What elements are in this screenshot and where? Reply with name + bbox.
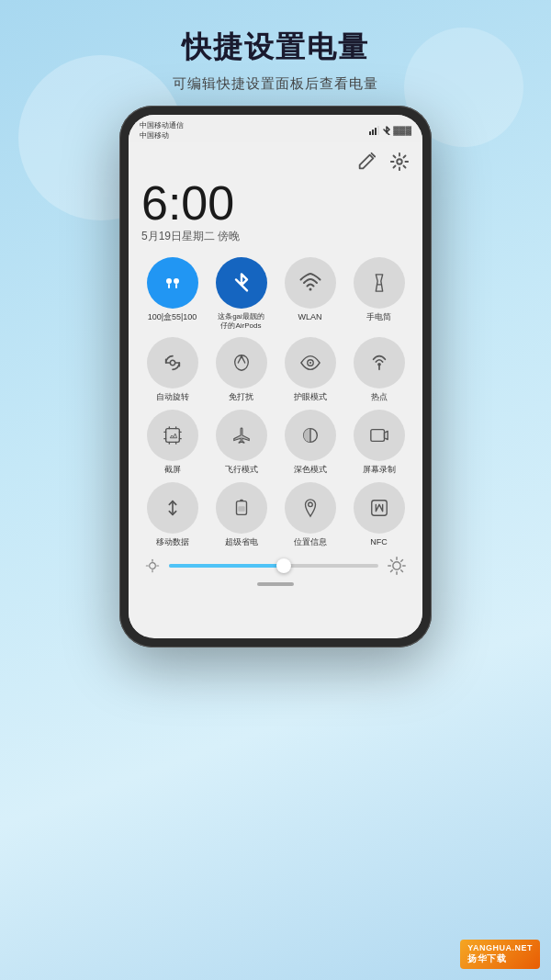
screenrecord-icon (369, 425, 389, 445)
airplane-button[interactable] (216, 410, 267, 461)
dnd-button[interactable] (216, 337, 267, 389)
gesture-indicator (257, 582, 294, 586)
svg-rect-21 (370, 430, 384, 442)
dnd-label: 免打扰 (229, 392, 253, 402)
toggle-airplane[interactable]: 飞行模式 (210, 410, 272, 475)
rotate-button[interactable] (147, 337, 198, 389)
darkmode-button[interactable] (285, 410, 336, 461)
svg-line-39 (401, 569, 403, 571)
svg-rect-0 (369, 131, 371, 135)
darkmode-icon (300, 425, 320, 445)
brightness-max-icon (388, 557, 406, 575)
toggle-screenrecord[interactable]: 屏幕录制 (348, 410, 410, 475)
bluetooth-icon (232, 272, 251, 294)
svg-rect-18 (165, 429, 179, 443)
cc-top-bar (141, 152, 410, 172)
svg-rect-27 (371, 501, 387, 516)
toggle-grid: 100|盒55|100 这条gai最靓的仔的AirPods (141, 257, 410, 547)
toggle-flashlight[interactable]: 手电筒 (348, 257, 410, 330)
airpods-button[interactable] (147, 257, 198, 309)
svg-point-15 (309, 362, 310, 364)
watermark: YANGHUA.NET 扬华下载 (460, 940, 540, 969)
edit-icon[interactable] (356, 152, 377, 172)
toggle-powersave[interactable]: 超级省电 (210, 482, 272, 547)
toggle-wifi[interactable]: WLAN (279, 257, 341, 330)
wifi-icon (299, 272, 321, 294)
svg-point-13 (170, 360, 175, 366)
screenshot-button[interactable] (147, 410, 198, 461)
screenrecord-label: 屏幕录制 (363, 465, 396, 475)
flashlight-icon (369, 273, 389, 293)
powersave-label: 超级省电 (225, 537, 258, 547)
date-display: 5月19日星期二 傍晚 (141, 229, 410, 244)
nfc-button[interactable] (354, 482, 405, 534)
watermark-site: YANGHUA.NET (467, 943, 533, 952)
flashlight-label: 手电筒 (366, 312, 391, 322)
bluetooth-button[interactable] (216, 257, 267, 309)
darkmode-label: 深色模式 (294, 465, 327, 475)
toggle-airpods[interactable]: 100|盒55|100 (141, 257, 203, 330)
status-bar: 中国移动通信 中国移动 ▓▓▓ (129, 115, 422, 142)
toggle-bluetooth[interactable]: 这条gai最靓的仔的AirPods (210, 257, 272, 330)
dnd-icon (231, 353, 252, 373)
phone-frame: 中国移动通信 中国移动 ▓▓▓ (119, 106, 432, 648)
powersave-button[interactable] (216, 482, 267, 534)
time-display: 6:00 (141, 179, 410, 227)
bluetooth-label: 这条gai最靓的仔的AirPods (218, 312, 264, 330)
toggle-screenshot[interactable]: 截屏 (141, 410, 203, 475)
toggle-mobiledata[interactable]: 移动数据 (141, 482, 203, 547)
control-center: 6:00 5月19日星期二 傍晚 (129, 142, 422, 636)
hotspot-button[interactable] (354, 337, 405, 389)
eye-button[interactable] (285, 337, 336, 389)
svg-rect-7 (168, 284, 170, 288)
eye-icon (300, 353, 320, 373)
status-bar-carrier: 中国移动通信 中国移动 (140, 120, 184, 141)
phone-screen: 中国移动通信 中国移动 ▓▓▓ (129, 115, 422, 638)
toggle-dnd[interactable]: 免打扰 (210, 337, 272, 402)
toggle-darkmode[interactable]: 深色模式 (279, 410, 341, 475)
mobiledata-icon (163, 498, 183, 518)
wifi-button[interactable] (285, 257, 336, 309)
status-bar-icons: ▓▓▓ (369, 126, 411, 135)
svg-point-8 (174, 278, 179, 284)
airpods-icon (162, 272, 184, 294)
toggle-hotspot[interactable]: 热点 (348, 337, 410, 402)
toggle-nfc[interactable]: NFC (348, 482, 410, 547)
location-label: 位置信息 (294, 537, 327, 547)
airplane-label: 飞行模式 (225, 465, 258, 475)
battery-indicator: ▓▓▓ (393, 126, 411, 135)
svg-point-5 (397, 159, 402, 164)
svg-line-38 (391, 559, 393, 561)
toggle-location[interactable]: 位置信息 (279, 482, 341, 547)
signal-icon (369, 126, 380, 135)
nfc-label: NFC (370, 537, 388, 547)
location-icon (300, 498, 320, 518)
screenshot-label: 截屏 (164, 465, 181, 475)
eye-label: 护眼模式 (294, 392, 327, 402)
brightness-control[interactable] (141, 557, 410, 575)
brightness-track[interactable] (169, 564, 378, 568)
svg-rect-2 (375, 128, 377, 135)
brightness-min-icon (145, 558, 160, 573)
rotate-icon (163, 353, 183, 373)
airplane-icon (231, 425, 252, 445)
svg-marker-11 (376, 275, 382, 291)
svg-point-33 (393, 561, 400, 569)
svg-point-6 (166, 278, 172, 284)
screenrecord-button[interactable] (354, 410, 405, 461)
svg-line-40 (391, 569, 393, 571)
bluetooth-status-icon (383, 126, 390, 135)
toggle-rotate[interactable]: 自动旋转 (141, 337, 203, 402)
settings-icon[interactable] (389, 152, 410, 172)
toggle-eye[interactable]: 护眼模式 (279, 337, 341, 402)
svg-rect-24 (240, 500, 243, 501)
mobiledata-button[interactable] (147, 482, 198, 534)
svg-rect-25 (238, 506, 244, 512)
location-button[interactable] (285, 482, 336, 534)
powersave-icon (231, 498, 252, 518)
airpods-label: 100|盒55|100 (148, 312, 197, 322)
mobiledata-label: 移动数据 (156, 537, 189, 547)
flashlight-button[interactable] (354, 257, 405, 309)
brightness-thumb[interactable] (276, 558, 291, 573)
wifi-label: WLAN (298, 312, 321, 322)
